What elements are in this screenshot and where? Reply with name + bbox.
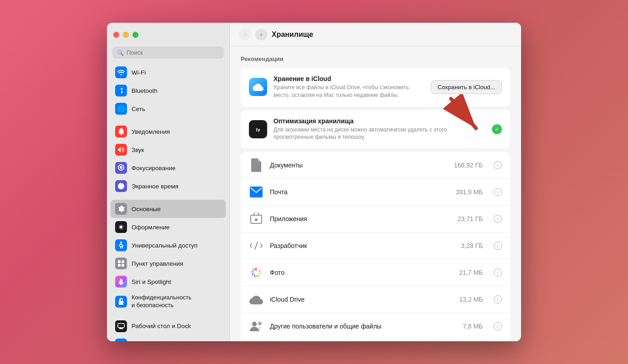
sidebar-label-privacy: Конфиденциальность и безопасность [132,294,192,309]
minimize-button[interactable] [123,32,129,38]
icloud-rec-title: Хранение в iCloud [273,75,425,82]
svg-point-31 [254,271,258,274]
sidebar-label-focus: Фокусирование [132,165,176,172]
optimize-check-badge: ✓ [492,124,502,134]
back-button[interactable]: ‹ [239,29,251,40]
desktop-icon [115,320,127,332]
icloud-save-button[interactable]: Сохранить в iCloud... [431,80,502,94]
icloud-rec-icon [249,78,267,96]
maximize-button[interactable] [132,32,138,38]
privacy-icon [115,296,127,308]
sidebar-label-desktop: Рабочий стол и Dock [132,323,191,329]
general-icon [115,203,127,215]
sidebar-list: Wi-Fi Bluetooth 🌐 Сеть [107,63,229,341]
controlcenter-icon [115,258,127,269]
sidebar-item-displays[interactable]: Дисплеи [111,335,226,341]
photos-name: Фото [270,269,453,276]
svg-point-32 [252,322,257,326]
optimize-rec-desc: Для экономии места на диске можно автома… [273,126,486,142]
sidebar-item-focus[interactable]: Фокусирование [111,159,226,177]
storage-item-macos: macOS 28,51 ГБ i [241,340,510,341]
content-area: Рекомендации Хранение в iCloud Храните в… [230,46,521,341]
sidebar-item-privacy[interactable]: Конфиденциальность и безопасность [111,291,226,313]
main-content: ‹ › Хранилище Рекомендации Хранение в iC… [230,23,521,341]
sidebar-label-accessibility: Универсальный доступ [132,242,198,249]
sound-icon [115,144,127,156]
storage-item-developer: Разработчик 3,28 ГБ i [241,233,510,259]
title-bar [107,23,229,46]
sidebar-item-sound[interactable]: Звук [111,141,226,159]
svg-rect-14 [119,329,123,329]
main-header: ‹ › Хранилище [230,23,521,46]
screentime-icon [115,180,127,192]
search-icon: 🔍 [117,50,124,56]
photos-size: 21,7 МБ [459,269,483,276]
network-icon: 🌐 [115,103,127,115]
search-box[interactable]: 🔍 [112,46,224,59]
sidebar-label-appearance: Оформление [132,224,170,231]
sidebar-label-screentime: Экранное время [132,183,178,190]
icloud-rec-text: Хранение в iCloud Храните все файлы в iC… [273,75,425,99]
icloud-recommendation-card: Хранение в iCloud Храните все файлы в iC… [241,68,510,106]
sidebar-label-bluetooth: Bluetooth [132,87,157,94]
developer-name: Разработчик [270,242,455,249]
mail-icon [249,185,263,199]
recommendations-title: Рекомендации [241,56,510,62]
sidebar-item-wifi[interactable]: Wi-Fi [111,63,226,81]
sidebar-item-screentime[interactable]: Экранное время [111,177,226,195]
developer-icon [249,238,263,253]
apps-size: 23,71 ГБ [457,215,483,222]
developer-info-button[interactable]: i [494,242,502,250]
siri-icon [115,276,127,288]
appearance-icon [115,221,127,233]
displays-icon [115,339,127,341]
sidebar-item-siri[interactable]: Siri и Spotlight [111,273,226,291]
photos-info-button[interactable]: i [494,268,502,277]
sidebar-label-network: Сеть [132,106,145,112]
forward-button[interactable]: › [255,29,267,40]
sidebar-item-bluetooth[interactable]: Bluetooth [111,81,226,100]
bluetooth-icon [115,85,127,96]
sidebar-item-network[interactable]: 🌐 Сеть [111,100,226,118]
storage-item-apps: Приложения 23,71 ГБ i [241,206,510,233]
sidebar: 🔍 Wi-Fi Bluetooth [107,23,230,341]
icloud-drive-size: 13,2 МБ [459,296,483,303]
icloud-drive-icon [249,292,263,307]
search-input[interactable] [127,49,219,56]
other-users-icon [249,319,263,334]
other-users-name: Другие пользователи и общие файлы [270,323,456,330]
sidebar-label-general: Основные [132,206,161,212]
close-button[interactable] [113,32,119,38]
apps-name: Приложения [270,215,451,222]
accessibility-icon [115,239,127,251]
other-users-info-button[interactable]: i [494,322,502,330]
sidebar-item-controlcenter[interactable]: Пункт управления [111,254,226,273]
svg-point-3 [120,242,122,243]
sidebar-item-notifications[interactable]: Уведомления [111,122,226,141]
optimize-card-wrapper: tv Оптимизация хранилища Для экономии ме… [241,110,510,149]
sidebar-item-general[interactable]: Основные [111,200,226,218]
documents-info-button[interactable]: i [494,161,502,169]
svg-rect-13 [120,328,122,329]
documents-icon [249,158,263,172]
storage-item-documents: Документы 168,92 ГБ i [241,152,510,179]
svg-rect-5 [122,260,124,263]
wifi-icon [115,66,127,78]
sidebar-item-appearance[interactable]: Оформление [111,218,226,236]
icloud-drive-info-button[interactable]: i [494,295,502,303]
mail-size: 391,9 МБ [456,188,483,196]
storage-item-other-users: Другие пользователи и общие файлы 7,8 МБ… [241,313,510,340]
sidebar-item-desktop[interactable]: Рабочий стол и Dock [111,317,226,335]
apps-icon [249,212,263,226]
optimize-rec-title: Оптимизация хранилища [273,117,486,125]
apps-info-button[interactable]: i [494,215,502,223]
mail-info-button[interactable]: i [494,188,502,196]
storage-item-photos: Фото 21,7 МБ i [241,259,510,286]
svg-point-29 [255,218,258,221]
photos-icon [249,265,263,280]
page-title: Хранилище [272,30,313,39]
sidebar-label-notifications: Уведомления [132,128,170,135]
svg-point-33 [258,322,262,325]
other-users-size: 7,8 МБ [463,323,483,330]
sidebar-item-accessibility[interactable]: Универсальный доступ [111,236,226,254]
